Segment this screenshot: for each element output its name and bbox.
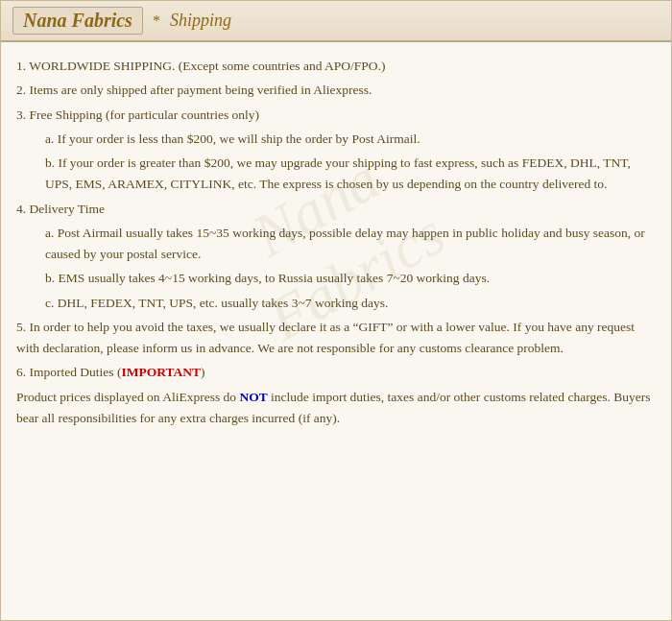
item-3a-text: a. If your order is less than $200, we w… <box>45 131 420 146</box>
item-3: 3. Free Shipping (for particular countri… <box>16 105 656 126</box>
header-tab: Shipping <box>170 11 231 31</box>
item-6-not: NOT <box>239 390 267 404</box>
item-4-text: 4. Delivery Time <box>16 202 105 216</box>
item-4a-text: a. Post Airmail usually takes 15~35 work… <box>45 226 645 261</box>
main-content: NanaFabrics 1. WORLDWIDE SHIPPING. (Exce… <box>1 42 671 442</box>
item-3-text: 3. Free Shipping (for particular countri… <box>16 107 259 122</box>
item-3b: b. If your order is greater than $200, w… <box>16 153 656 196</box>
brand-name: Nana Fabrics <box>12 7 143 35</box>
item-3a: a. If your order is less than $200, we w… <box>16 129 656 150</box>
item-5-text: 5. In order to help you avoid the taxes,… <box>16 320 635 355</box>
item-4: 4. Delivery Time <box>16 199 656 220</box>
item-6: 6. Imported Duties (IMPORTANT) <box>16 362 656 383</box>
item-1-text: 1. WORLDWIDE SHIPPING. (Except some coun… <box>16 59 385 73</box>
item-4b: b. EMS usually takes 4~15 working days, … <box>16 268 656 289</box>
item-4c-text: c. DHL, FEDEX, TNT, UPS, etc. usually ta… <box>45 296 388 310</box>
item-1: 1. WORLDWIDE SHIPPING. (Except some coun… <box>16 56 656 77</box>
header-separator: * <box>153 12 160 30</box>
item-5: 5. In order to help you avoid the taxes,… <box>16 317 656 360</box>
item-4a: a. Post Airmail usually takes 15~35 work… <box>16 223 656 266</box>
item-4b-text: b. EMS usually takes 4~15 working days, … <box>45 271 490 285</box>
item-6-desc-before: Product prices displayed on AliExpress d… <box>16 390 239 404</box>
item-6-before: 6. Imported Duties ( <box>16 365 121 379</box>
page-header: Nana Fabrics * Shipping <box>1 1 671 42</box>
shipping-text: 1. WORLDWIDE SHIPPING. (Except some coun… <box>16 56 656 429</box>
item-6-desc: Product prices displayed on AliExpress d… <box>16 387 656 430</box>
item-6-important: IMPORTANT <box>121 365 201 379</box>
item-3b-text: b. If your order is greater than $200, w… <box>45 155 631 191</box>
item-2: 2. Items are only shipped after payment … <box>16 80 656 101</box>
item-6-after: ) <box>201 365 205 379</box>
item-2-text: 2. Items are only shipped after payment … <box>16 83 372 97</box>
item-4c: c. DHL, FEDEX, TNT, UPS, etc. usually ta… <box>16 293 656 314</box>
page-wrapper: Nana Fabrics * Shipping NanaFabrics 1. W… <box>0 0 672 621</box>
